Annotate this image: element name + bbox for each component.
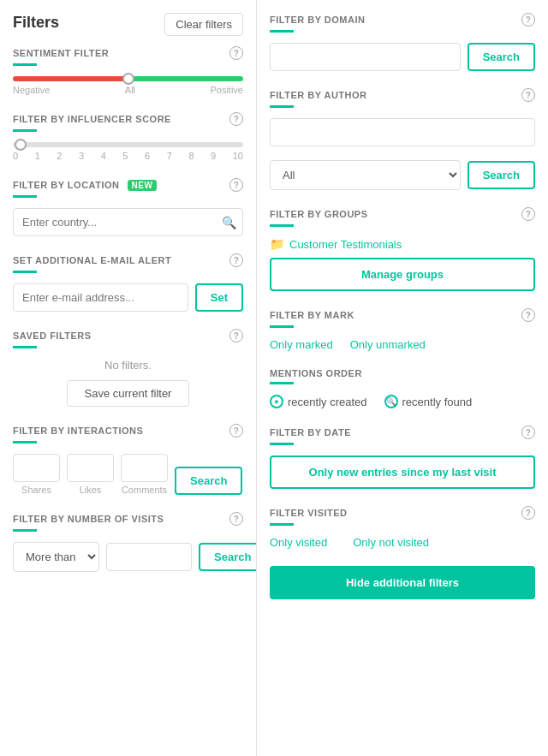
email-input[interactable] (13, 283, 188, 312)
comments-input[interactable] (121, 454, 168, 482)
mark-filter-section: FILTER BY MARK ? Only marked Only unmark… (270, 308, 535, 351)
comments-group: Comments (121, 454, 168, 495)
domain-filter-section: FILTER BY DOMAIN ? Search (270, 13, 535, 71)
sentiment-slider[interactable]: Negative All Positive (13, 76, 243, 95)
only-unmarked-option[interactable]: Only unmarked (350, 338, 426, 351)
location-divider (13, 195, 37, 198)
only-new-entries-button[interactable]: Only new entries since my last visit (270, 455, 535, 489)
visited-help-icon[interactable]: ? (521, 506, 535, 520)
mark-divider (270, 325, 294, 328)
save-current-filter-button[interactable]: Save current filter (67, 380, 190, 407)
email-alert-section: SET ADDITIONAL E-MAIL ALERT ? Set (13, 253, 243, 312)
influencer-help-icon[interactable]: ? (229, 112, 243, 126)
influencer-score-section: FILTER BY INFLUENCER SCORE ? 0 1 2 3 4 5… (13, 112, 243, 161)
clear-filters-button[interactable]: Clear filters (164, 13, 243, 36)
date-filter-section: FILTER BY DATE ? Only new entries since … (270, 426, 535, 489)
recently-found-icon: 🔍 (384, 395, 398, 408)
influencer-divider (13, 129, 37, 132)
domain-filter-label: FILTER BY DOMAIN ? (270, 13, 535, 27)
email-divider (13, 271, 37, 273)
visits-divider (13, 529, 37, 532)
sentiment-labels: Negative All Positive (13, 85, 243, 95)
sentiment-divider (13, 63, 37, 66)
visits-select[interactable]: More than Less than Equal to (13, 542, 99, 572)
likes-input[interactable] (67, 454, 114, 482)
visits-help-icon[interactable]: ? (229, 512, 243, 526)
recently-found-option[interactable]: 🔍 recently found (384, 395, 473, 408)
domain-divider (270, 30, 294, 33)
filters-header: Filters Clear filters (13, 13, 243, 36)
visits-search-button[interactable]: Search (199, 543, 257, 571)
folder-icon: 📁 (270, 237, 284, 251)
left-panel: Filters Clear filters SENTIMENT FILTER ?… (0, 0, 257, 756)
manage-groups-button[interactable]: Manage groups (270, 258, 535, 291)
country-input[interactable] (13, 208, 243, 236)
visited-filter-label: FILTER VISITED ? (270, 506, 535, 520)
no-filters-text: No filters. (13, 359, 243, 372)
email-row: Set (13, 283, 243, 312)
shares-input[interactable] (13, 454, 60, 482)
likes-label: Likes (80, 485, 102, 495)
score-thumb[interactable] (15, 139, 27, 151)
visits-row: More than Less than Equal to Search (13, 542, 243, 572)
domain-help-icon[interactable]: ? (521, 13, 535, 27)
mentions-order-label: MENTIONS ORDER (270, 368, 535, 378)
author-filter-section: FILTER BY AUTHOR ? All Twitter Facebook … (270, 88, 535, 190)
visits-filter-label: FILTER BY NUMBER OF VISITS ? (13, 512, 243, 526)
domain-input[interactable] (270, 43, 461, 71)
groups-help-icon[interactable]: ? (521, 207, 535, 221)
interactions-row: Shares Likes Comments Search (13, 454, 243, 495)
email-help-icon[interactable]: ? (229, 253, 243, 267)
mark-options: Only marked Only unmarked (270, 338, 535, 351)
likes-group: Likes (67, 454, 114, 495)
score-track (13, 142, 243, 147)
location-help-icon[interactable]: ? (229, 178, 243, 192)
only-visited-option[interactable]: Only visited (270, 536, 327, 549)
interactions-search-button[interactable]: Search (175, 467, 242, 495)
hide-additional-filters-button[interactable]: Hide additional filters (270, 566, 535, 599)
recently-created-option[interactable]: ● recently created (270, 395, 367, 408)
sentiment-filter-section: SENTIMENT FILTER ? Negative All Positive (13, 46, 243, 95)
mark-help-icon[interactable]: ? (521, 308, 535, 322)
domain-search-button[interactable]: Search (468, 43, 535, 71)
set-email-button[interactable]: Set (195, 283, 243, 312)
saved-filters-divider (13, 346, 37, 348)
author-select[interactable]: All Twitter Facebook Instagram (270, 160, 461, 190)
location-filter-section: FILTER BY LOCATION New ? 🔍 (13, 178, 243, 236)
visited-filter-section: FILTER VISITED ? Only visited Only not v… (270, 506, 535, 549)
author-help-icon[interactable]: ? (521, 88, 535, 102)
mark-filter-label: FILTER BY MARK ? (270, 308, 535, 322)
recently-created-icon: ● (270, 395, 283, 408)
comments-label: Comments (122, 485, 167, 495)
interactions-filter-section: FILTER BY INTERACTIONS ? Shares Likes Co… (13, 424, 243, 495)
groups-divider (270, 224, 294, 227)
location-filter-label: FILTER BY LOCATION New ? (13, 178, 243, 192)
sentiment-thumb[interactable] (122, 73, 134, 85)
sentiment-help-icon[interactable]: ? (229, 46, 243, 60)
date-filter-label: FILTER BY DATE ? (270, 426, 535, 439)
interactions-filter-label: FILTER BY INTERACTIONS ? (13, 424, 243, 438)
order-options: ● recently created 🔍 recently found (270, 395, 535, 408)
score-labels: 0 1 2 3 4 5 6 7 8 9 10 (13, 151, 243, 161)
domain-row: Search (270, 43, 535, 71)
email-alert-label: SET ADDITIONAL E-MAIL ALERT ? (13, 253, 243, 267)
date-help-icon[interactable]: ? (521, 426, 535, 439)
author-filter-label: FILTER BY AUTHOR ? (270, 88, 535, 102)
visits-number-input[interactable] (106, 543, 192, 571)
country-input-wrap: 🔍 (13, 208, 243, 236)
author-search-button[interactable]: Search (468, 161, 535, 189)
saved-filters-help-icon[interactable]: ? (229, 329, 243, 342)
visited-options: Only visited Only not visited (270, 536, 535, 549)
visited-divider (270, 523, 294, 526)
visits-filter-section: FILTER BY NUMBER OF VISITS ? More than L… (13, 512, 243, 572)
sentiment-filter-label: SENTIMENT FILTER ? (13, 46, 243, 60)
country-search-icon: 🔍 (222, 216, 236, 229)
panel-title: Filters (13, 14, 59, 32)
author-input[interactable] (270, 118, 535, 146)
interactions-divider (13, 441, 37, 443)
only-marked-option[interactable]: Only marked (270, 338, 333, 351)
interactions-help-icon[interactable]: ? (229, 424, 243, 438)
only-not-visited-option[interactable]: Only not visited (353, 536, 429, 549)
mentions-divider (270, 382, 294, 384)
group-name: Customer Testimonials (289, 238, 402, 251)
